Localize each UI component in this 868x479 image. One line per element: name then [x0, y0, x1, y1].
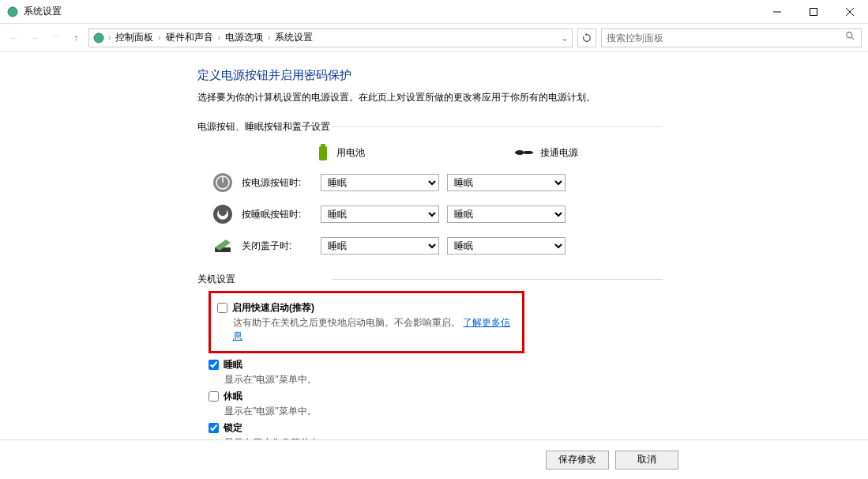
titlebar: 系统设置 [0, 0, 868, 24]
page-description: 选择要为你的计算机设置的电源设置。在此页上对设置所做的更改将应用于你所有的电源计… [197, 91, 868, 104]
setting-label: 按电源按钮时: [242, 176, 321, 190]
lid-battery-select[interactable]: 睡眠 [321, 237, 439, 255]
svg-point-14 [213, 205, 232, 224]
sleep-title: 睡眠 [224, 358, 242, 372]
sleep-button-battery-select[interactable]: 睡眠 [321, 206, 439, 223]
battery-icon [316, 143, 330, 162]
footer: 保存修改 取消 [0, 439, 868, 479]
chevron-right-icon: › [158, 33, 160, 42]
minimize-button[interactable] [759, 0, 795, 24]
svg-line-7 [851, 37, 855, 40]
breadcrumb-item[interactable]: 硬件和声音 [164, 31, 215, 44]
refresh-button[interactable] [577, 28, 596, 47]
chevron-right-icon: › [218, 33, 220, 42]
chevron-down-icon[interactable]: ⌄ [561, 32, 569, 43]
maximize-button[interactable] [795, 0, 832, 24]
content-area: 定义电源按钮并启用密码保护 选择要为你的计算机设置的电源设置。在此页上对设置所做… [0, 52, 868, 439]
setting-row-power-button: 按电源按钮时: 睡眠 睡眠 [212, 172, 868, 194]
sleep-button-icon [212, 203, 234, 225]
hibernate-checkbox[interactable] [209, 391, 219, 402]
svg-point-0 [8, 7, 17, 17]
chevron-right-icon: › [108, 33, 111, 42]
save-button[interactable]: 保存修改 [546, 451, 609, 470]
sleep-checkbox[interactable] [209, 360, 219, 370]
lock-checkbox[interactable] [209, 423, 219, 433]
breadcrumb-item[interactable]: 控制面板 [114, 31, 155, 44]
column-plugged-header: 接通电源 [513, 143, 632, 162]
power-button-plugged-select[interactable]: 睡眠 [447, 174, 566, 191]
sleep-desc: 显示在"电源"菜单中。 [224, 373, 868, 387]
svg-point-5 [94, 33, 103, 43]
lock-title: 锁定 [224, 421, 242, 435]
nav-recent-button[interactable]: ﹀ [47, 30, 63, 46]
svg-point-6 [847, 32, 852, 38]
svg-rect-9 [321, 144, 325, 146]
highlight-fast-startup: 启用快速启动(推荐) 这有助于在关机之后更快地启动电脑。不会影响重启。 了解更多… [209, 291, 524, 353]
breadcrumb[interactable]: › 控制面板 › 硬件和声音 › 电源选项 › 系统设置 ⌄ [88, 28, 573, 47]
hibernate-title: 休眠 [224, 390, 242, 403]
section-shutdown-label: 关机设置 [197, 273, 868, 286]
setting-label: 按睡眠按钮时: [242, 208, 321, 221]
nav-up-button[interactable]: ↑ [68, 30, 84, 46]
setting-label: 关闭盖子时: [242, 240, 321, 253]
fast-startup-checkbox[interactable] [217, 303, 227, 313]
search-input[interactable] [607, 32, 845, 43]
chevron-right-icon: › [268, 33, 270, 42]
section-buttons-label: 电源按钮、睡眠按钮和盖子设置 [197, 120, 868, 134]
app-icon [6, 6, 19, 18]
power-button-icon [212, 172, 234, 194]
window-title: 系统设置 [24, 5, 759, 18]
sleep-button-plugged-select[interactable]: 睡眠 [447, 206, 566, 223]
svg-rect-8 [319, 146, 327, 160]
plug-icon [513, 147, 534, 158]
search-box[interactable] [601, 28, 862, 47]
hibernate-desc: 显示在"电源"菜单中。 [224, 405, 868, 418]
lid-close-icon [212, 235, 234, 257]
breadcrumb-item[interactable]: 系统设置 [273, 31, 314, 44]
breadcrumb-item[interactable]: 电源选项 [224, 31, 265, 44]
navbar: ← → ﹀ ↑ › 控制面板 › 硬件和声音 › 电源选项 › 系统设置 ⌄ [0, 24, 868, 52]
svg-rect-2 [810, 8, 817, 15]
setting-row-sleep-button: 按睡眠按钮时: 睡眠 睡眠 [212, 203, 868, 225]
lid-plugged-select[interactable]: 睡眠 [447, 237, 566, 255]
svg-point-10 [515, 150, 524, 155]
fast-startup-title: 启用快速启动(推荐) [232, 301, 314, 315]
page-title: 定义电源按钮并启用密码保护 [197, 68, 868, 83]
cancel-button[interactable]: 取消 [615, 451, 678, 470]
setting-row-lid-close: 关闭盖子时: 睡眠 睡眠 [212, 235, 868, 257]
close-button[interactable] [832, 0, 868, 24]
fast-startup-desc: 这有助于在关机之后更快地启动电脑。不会影响重启。 了解更多信息 [233, 316, 516, 343]
power-button-battery-select[interactable]: 睡眠 [321, 174, 439, 191]
nav-forward-button[interactable]: → [27, 30, 43, 46]
breadcrumb-icon [92, 32, 105, 44]
nav-back-button[interactable]: ← [6, 30, 22, 46]
column-battery-header: 用电池 [316, 143, 434, 162]
search-icon [845, 31, 856, 44]
